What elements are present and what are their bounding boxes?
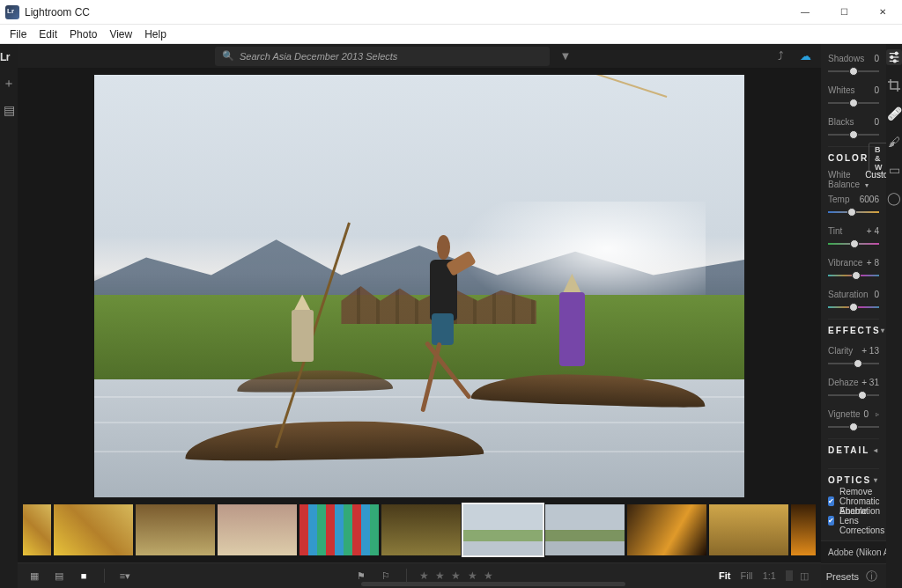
chevron-down-icon: ▾: [874, 476, 879, 484]
filter-icon[interactable]: ▼: [557, 49, 574, 62]
thumbnail[interactable]: [627, 504, 706, 555]
dehaze-label: Dehaze: [828, 378, 858, 387]
filmstrip[interactable]: [18, 501, 821, 562]
menu-view[interactable]: View: [103, 26, 138, 43]
edit-sliders-icon[interactable]: [886, 49, 902, 65]
vibrance-slider[interactable]: [828, 271, 879, 280]
my-photos-button[interactable]: ▤: [1, 102, 17, 118]
saturation-label: Saturation: [828, 290, 869, 299]
whites-value: 0: [874, 85, 879, 95]
thumbnail[interactable]: [545, 504, 625, 555]
vignette-slider[interactable]: [828, 423, 879, 431]
clarity-label: Clarity: [828, 346, 853, 356]
flag-pick-icon[interactable]: ⚑: [353, 570, 369, 582]
linear-gradient-icon[interactable]: ▭: [886, 162, 902, 178]
chevron-right-icon[interactable]: ▹: [876, 410, 879, 418]
square-grid-icon[interactable]: ▤: [51, 570, 67, 582]
thumbnail[interactable]: [23, 504, 51, 555]
crop-icon[interactable]: [886, 77, 902, 93]
search-input[interactable]: 🔍 Search Asia December 2013 Selects: [215, 47, 550, 66]
zoom-1to1[interactable]: 1:1: [759, 570, 780, 581]
saturation-value: 0: [874, 290, 879, 299]
radial-gradient-icon[interactable]: ◯: [886, 190, 902, 206]
shadows-slider[interactable]: [828, 67, 879, 76]
sort-icon[interactable]: ≡▾: [117, 570, 133, 582]
dehaze-value: + 31: [861, 378, 879, 387]
search-placeholder: Search Asia December 2013 Selects: [240, 51, 397, 62]
menu-photo[interactable]: Photo: [63, 26, 103, 43]
add-photos-button[interactable]: ＋: [1, 76, 17, 92]
healing-brush-icon[interactable]: 🩹: [886, 106, 902, 121]
temp-slider[interactable]: [828, 208, 879, 217]
menubar: File Edit Photo View Help: [0, 25, 902, 44]
clarity-value: + 13: [861, 346, 879, 356]
zoom-fit[interactable]: Fit: [715, 570, 734, 581]
temp-label: Temp: [828, 195, 849, 204]
white-balance-dropdown[interactable]: Custom ▾: [865, 170, 886, 189]
rating-stars[interactable]: ★ ★ ★ ★ ★: [419, 570, 495, 582]
menu-edit[interactable]: Edit: [33, 26, 63, 43]
clarity-slider[interactable]: [828, 359, 879, 368]
thumbnail[interactable]: [136, 504, 215, 555]
search-icon: 🔍: [222, 50, 234, 62]
whites-slider[interactable]: [828, 99, 879, 107]
tint-slider[interactable]: [828, 239, 879, 248]
shadows-label: Shadows: [828, 54, 864, 63]
presets-button[interactable]: Presets ⓘ: [821, 563, 886, 588]
thumbnail[interactable]: [709, 504, 788, 555]
white-balance-label: White Balance: [828, 170, 860, 189]
left-rail: Lr ＋ ▤: [0, 44, 18, 588]
detail-view-icon[interactable]: ■: [76, 570, 92, 582]
zoom-controls: Fit Fill 1:1 ◫: [715, 570, 812, 582]
thumbnail-selected[interactable]: [463, 504, 543, 555]
vibrance-label: Vibrance: [828, 258, 862, 268]
effects-section-header[interactable]: EFFECTS▾: [828, 319, 879, 342]
vibrance-value: + 8: [867, 258, 879, 268]
cloud-sync-icon[interactable]: ☁: [796, 49, 814, 62]
blacks-value: 0: [874, 117, 879, 127]
saturation-slider[interactable]: [828, 303, 879, 312]
tint-label: Tint: [828, 226, 842, 236]
thumbnail[interactable]: [54, 504, 133, 555]
edit-panel: Shadows0 Whites0 Blacks0 COLOR B & W Whi…: [821, 44, 886, 588]
window-maximize-button[interactable]: ☐: [824, 0, 863, 25]
detail-section-header[interactable]: DETAIL◂: [828, 438, 879, 461]
window-titlebar: Lightroom CC — ☐ ✕: [0, 0, 902, 25]
zoom-panel-icon[interactable]: ◫: [796, 570, 812, 582]
tint-value: + 4: [867, 226, 879, 236]
menu-help[interactable]: Help: [138, 26, 173, 43]
window-title: Lightroom CC: [25, 6, 90, 18]
svg-point-3: [895, 52, 898, 55]
right-tool-rail: 🩹 🖌 ▭ ◯: [886, 44, 902, 588]
app-logo-icon: [5, 5, 19, 19]
lens-profile-label[interactable]: Adobe (Nikon AF-S NIKKOR 70-200...: [821, 540, 886, 563]
thumbnail[interactable]: [791, 504, 816, 555]
dehaze-slider[interactable]: [828, 391, 879, 400]
enable-lens-checkbox[interactable]: ✔ Enable Lens Corrections ▾: [828, 511, 879, 530]
vignette-value: 0: [863, 409, 869, 419]
grid-view-icon[interactable]: ▦: [26, 570, 42, 582]
blacks-label: Blacks: [828, 117, 854, 127]
color-section-header[interactable]: COLOR B & W: [828, 146, 879, 169]
window-close-button[interactable]: ✕: [863, 0, 902, 25]
image-viewer[interactable]: [18, 68, 821, 501]
vignette-label: Vignette: [828, 409, 861, 419]
brush-icon[interactable]: 🖌: [886, 134, 902, 150]
blacks-slider[interactable]: [828, 130, 879, 139]
menu-file[interactable]: File: [4, 26, 33, 43]
lightroom-logo-icon: Lr: [0, 49, 18, 65]
thumbnail[interactable]: [299, 504, 379, 555]
zoom-fill[interactable]: Fill: [737, 570, 757, 581]
thumbnail[interactable]: [218, 504, 297, 555]
share-icon[interactable]: ⤴: [772, 49, 789, 62]
flag-reject-icon[interactable]: ⚐: [378, 570, 394, 582]
check-icon: ✔: [828, 516, 834, 526]
whites-label: Whites: [828, 85, 855, 95]
info-icon[interactable]: ⓘ: [866, 569, 877, 584]
chevron-down-icon: ▾: [881, 327, 886, 334]
window-minimize-button[interactable]: —: [786, 0, 824, 25]
svg-point-4: [891, 56, 893, 59]
thumbnail[interactable]: [381, 504, 461, 555]
svg-point-5: [893, 60, 896, 62]
temp-value: 6006: [860, 195, 879, 204]
